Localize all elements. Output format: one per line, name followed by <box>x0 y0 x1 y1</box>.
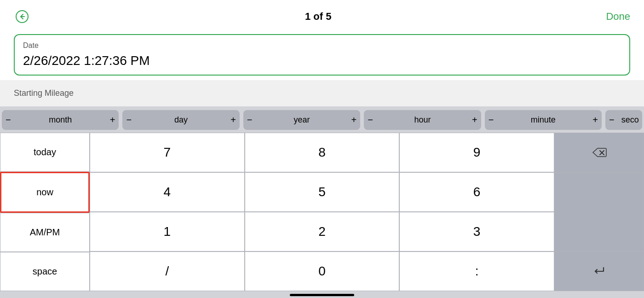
done-button[interactable]: Done <box>606 11 630 23</box>
segment-month-minus[interactable]: − <box>2 115 15 125</box>
date-label: Date <box>23 41 621 50</box>
segment-year-plus[interactable]: + <box>348 115 361 125</box>
key-5[interactable]: 5 <box>245 172 400 212</box>
enter-key[interactable] <box>554 251 644 292</box>
mileage-label: Starting Mileage <box>14 88 630 98</box>
segment-seco[interactable]: − seco <box>605 110 642 130</box>
segment-minute-label: minute <box>497 115 589 125</box>
segment-year[interactable]: − year + <box>243 110 360 130</box>
segment-day-plus[interactable]: + <box>227 115 240 125</box>
date-field[interactable]: Date 2/26/2022 1:27:36 PM <box>14 34 630 76</box>
segment-hour-plus[interactable]: + <box>468 115 481 125</box>
mileage-wrapper: Starting Mileage <box>0 80 644 106</box>
now-key[interactable]: now <box>0 172 90 213</box>
segment-hour-minus[interactable]: − <box>364 115 377 125</box>
keyboard-main: today now AM/PM space 7 8 9 4 5 6 1 2 3 … <box>0 133 644 291</box>
segment-minute-minus[interactable]: − <box>485 115 498 125</box>
today-key[interactable]: today <box>0 133 90 172</box>
segment-hour-label: hour <box>377 115 468 125</box>
ampm-key[interactable]: AM/PM <box>0 213 90 252</box>
segment-day[interactable]: − day + <box>122 110 239 130</box>
key-1[interactable]: 1 <box>90 212 245 251</box>
segment-month-label: month <box>15 115 106 125</box>
segment-row: − month + − day + − year + − hour + − mi… <box>0 106 644 133</box>
segment-minute-plus[interactable]: + <box>589 115 602 125</box>
num-grid: 7 8 9 4 5 6 1 2 3 / 0 : <box>90 133 554 291</box>
right-col <box>554 133 644 291</box>
empty-key <box>554 173 644 251</box>
keyboard-area: − month + − day + − year + − hour + − mi… <box>0 106 644 298</box>
back-button[interactable] <box>14 8 30 25</box>
backspace-key[interactable] <box>554 133 644 173</box>
segment-day-minus[interactable]: − <box>122 115 135 125</box>
key-4[interactable]: 4 <box>90 172 245 212</box>
key-2[interactable]: 2 <box>245 212 400 251</box>
util-col: today now AM/PM space <box>0 133 90 291</box>
segment-year-minus[interactable]: − <box>243 115 256 125</box>
segment-month[interactable]: − month + <box>2 110 119 130</box>
key-6[interactable]: 6 <box>399 172 554 212</box>
top-bar: 1 of 5 Done <box>0 0 644 29</box>
segment-seco-minus[interactable]: − <box>605 115 618 125</box>
home-indicator <box>0 291 644 298</box>
key-slash[interactable]: / <box>90 251 245 291</box>
segment-month-plus[interactable]: + <box>106 115 119 125</box>
space-key[interactable]: space <box>0 252 90 291</box>
page-counter: 1 of 5 <box>305 11 331 23</box>
key-3[interactable]: 3 <box>399 212 554 251</box>
content-area: Date 2/26/2022 1:27:36 PM <box>0 29 644 76</box>
key-8[interactable]: 8 <box>245 133 400 172</box>
segment-seco-label: seco <box>618 115 642 125</box>
key-7[interactable]: 7 <box>90 133 245 172</box>
key-0[interactable]: 0 <box>245 251 400 291</box>
segment-hour[interactable]: − hour + <box>364 110 481 130</box>
key-9[interactable]: 9 <box>399 133 554 172</box>
segment-year-label: year <box>256 115 348 125</box>
home-bar <box>290 294 354 296</box>
date-value: 2/26/2022 1:27:36 PM <box>23 53 621 68</box>
segment-minute[interactable]: − minute + <box>485 110 602 130</box>
segment-day-label: day <box>135 115 227 125</box>
key-colon[interactable]: : <box>399 251 554 291</box>
